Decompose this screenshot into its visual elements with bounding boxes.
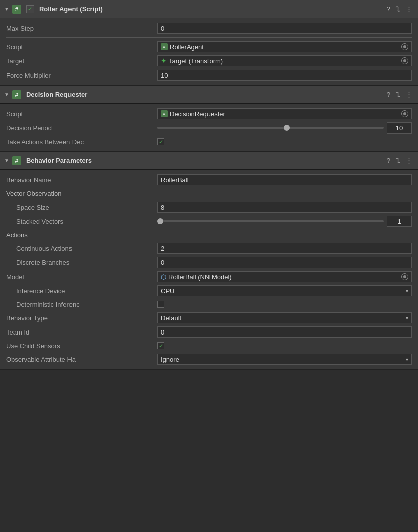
stacked-vectors-slider-track[interactable] xyxy=(157,220,384,222)
behavior-type-dropdown[interactable]: Default ▾ xyxy=(157,312,412,323)
discrete-branches-value[interactable]: 0 xyxy=(157,257,412,268)
target-transform-icon: ✦ xyxy=(161,57,167,65)
behavior-type-dropdown-arrow: ▾ xyxy=(406,315,408,321)
behavior-type-row: Behavior Type Default ▾ xyxy=(0,311,418,325)
take-actions-label: Take Actions Between Dec xyxy=(6,138,157,146)
vector-observation-section-label: Vector Observation xyxy=(6,190,157,197)
roller-agent-enable-checkbox[interactable]: ✓ xyxy=(26,5,34,13)
decision-requester-hash-icon: # xyxy=(12,90,21,99)
roller-agent-body: Max Step 0 Script # RollerAgent Target ✦… xyxy=(0,18,418,85)
roller-agent-title: Roller Agent (Script) xyxy=(39,5,383,13)
decision-period-slider-container: 10 xyxy=(157,122,412,134)
roller-agent-hash-icon: # xyxy=(12,5,21,14)
decision-requester-header: ▼ # Decision Requester ? ⇅ ⋮ xyxy=(0,86,418,104)
use-child-sensors-label: Use Child Sensors xyxy=(6,342,157,350)
decision-requester-question-icon[interactable]: ? xyxy=(385,90,392,99)
force-multiplier-value[interactable]: 10 xyxy=(157,70,412,81)
decision-period-slider-thumb[interactable] xyxy=(284,125,290,131)
behavior-parameters-question-icon[interactable]: ? xyxy=(385,156,392,165)
inference-device-dropdown[interactable]: CPU ▾ xyxy=(157,285,412,296)
space-size-row: Space Size 8 xyxy=(0,200,418,214)
behavior-name-row: Behavior Name RollerBall xyxy=(0,173,418,187)
observable-attribute-dropdown[interactable]: Ignore ▾ xyxy=(157,354,412,365)
observable-attribute-row: Observable Attribute Ha Ignore ▾ xyxy=(0,352,418,366)
script-target-icon[interactable] xyxy=(401,43,408,50)
deterministic-inference-checkbox[interactable] xyxy=(157,301,164,308)
use-child-sensors-checkbox[interactable]: ✓ xyxy=(157,342,164,349)
decision-requester-dots-icon[interactable]: ⋮ xyxy=(404,90,414,99)
actions-section-row: Actions xyxy=(0,228,418,241)
deterministic-inference-label: Deterministic Inferenc xyxy=(6,301,157,308)
max-step-value[interactable]: 0 xyxy=(157,23,412,34)
target-label: Target xyxy=(6,57,157,65)
decision-requester-panel: ▼ # Decision Requester ? ⇅ ⋮ Script # De… xyxy=(0,86,418,152)
use-child-sensors-row: Use Child Sensors ✓ xyxy=(0,339,418,352)
behavior-name-value[interactable]: RollerBall xyxy=(157,174,412,185)
stacked-vectors-slider-container: 1 xyxy=(157,216,412,227)
stacked-vectors-slider-thumb[interactable] xyxy=(157,218,163,224)
behavior-type-label: Behavior Type xyxy=(6,314,157,322)
vector-observation-section-row: Vector Observation xyxy=(0,187,418,200)
take-actions-checkbox[interactable]: ✓ xyxy=(157,138,164,145)
inference-device-row: Inference Device CPU ▾ xyxy=(0,284,418,298)
behavior-parameters-toggle[interactable]: ▼ xyxy=(4,158,9,163)
team-id-value[interactable]: 0 xyxy=(157,326,412,338)
behavior-name-label: Behavior Name xyxy=(6,176,157,184)
model-row: Model ⬡ RollerBall (NN Model) xyxy=(0,270,418,284)
team-id-row: Team Id 0 xyxy=(0,325,418,339)
target-value[interactable]: ✦ Target (Transform) xyxy=(157,55,412,66)
decision-period-row: Decision Period 10 xyxy=(0,121,418,135)
inference-device-label: Inference Device xyxy=(6,287,157,295)
take-actions-row: Take Actions Between Dec ✓ xyxy=(0,135,418,148)
discrete-branches-row: Discrete Branches 0 xyxy=(0,255,418,270)
force-multiplier-row: Force Multiplier 10 xyxy=(0,68,418,82)
use-child-sensors-checkbox-container: ✓ xyxy=(157,342,164,349)
behavior-parameters-panel: ▼ # Behavior Parameters ? ⇅ ⋮ Behavior N… xyxy=(0,152,418,370)
stacked-vectors-row: Stacked Vectors 1 xyxy=(0,214,418,228)
model-select-icon[interactable] xyxy=(401,273,408,280)
dr-script-row: Script # DecisionRequester xyxy=(0,107,418,121)
separator-1 xyxy=(6,37,412,38)
max-step-label: Max Step xyxy=(6,25,157,32)
model-cube-icon: ⬡ xyxy=(161,273,166,281)
script-hash-icon: # xyxy=(161,43,168,50)
behavior-parameters-dots-icon[interactable]: ⋮ xyxy=(404,156,414,165)
stacked-vectors-label: Stacked Vectors xyxy=(6,218,157,225)
decision-period-value[interactable]: 10 xyxy=(387,122,412,134)
dr-script-target-icon[interactable] xyxy=(401,110,408,117)
actions-section-label: Actions xyxy=(6,231,157,239)
dr-script-value[interactable]: # DecisionRequester xyxy=(157,108,412,119)
decision-period-slider-fill xyxy=(157,127,287,129)
decision-requester-title: Decision Requester xyxy=(26,91,383,98)
force-multiplier-label: Force Multiplier xyxy=(6,72,157,79)
target-select-icon[interactable] xyxy=(401,57,408,64)
continuous-actions-value[interactable]: 2 xyxy=(157,243,412,254)
continuous-actions-row: Continuous Actions 2 xyxy=(0,241,418,255)
take-actions-checkbox-container: ✓ xyxy=(157,138,164,145)
model-value[interactable]: ⬡ RollerBall (NN Model) xyxy=(157,271,412,282)
model-label: Model xyxy=(6,273,157,281)
decision-requester-tune-icon[interactable]: ⇅ xyxy=(394,90,402,99)
behavior-parameters-title: Behavior Parameters xyxy=(26,157,383,164)
deterministic-inference-checkbox-container xyxy=(157,301,164,308)
space-size-label: Space Size xyxy=(6,204,157,211)
discrete-branches-label: Discrete Branches xyxy=(6,259,157,267)
roller-agent-toggle[interactable]: ▼ xyxy=(4,6,9,12)
space-size-value[interactable]: 8 xyxy=(157,202,412,213)
observable-attribute-label: Observable Attribute Ha xyxy=(6,356,157,363)
decision-requester-body: Script # DecisionRequester Decision Peri… xyxy=(0,104,418,151)
script-value[interactable]: # RollerAgent xyxy=(157,41,412,52)
observable-attribute-dropdown-arrow: ▾ xyxy=(406,357,408,362)
decision-requester-toggle[interactable]: ▼ xyxy=(4,92,9,97)
dr-script-hash-icon: # xyxy=(161,110,168,117)
max-step-row: Max Step 0 xyxy=(0,21,418,35)
behavior-parameters-body: Behavior Name RollerBall Vector Observat… xyxy=(0,170,418,369)
roller-agent-tune-icon[interactable]: ⇅ xyxy=(394,4,402,14)
inference-device-dropdown-arrow: ▾ xyxy=(406,288,408,294)
behavior-parameters-tune-icon[interactable]: ⇅ xyxy=(394,156,402,165)
stacked-vectors-value[interactable]: 1 xyxy=(387,216,412,227)
roller-agent-dots-icon[interactable]: ⋮ xyxy=(404,4,414,14)
dr-script-label: Script xyxy=(6,110,157,118)
roller-agent-question-icon[interactable]: ? xyxy=(385,4,392,14)
decision-period-slider-track[interactable] xyxy=(157,127,384,129)
